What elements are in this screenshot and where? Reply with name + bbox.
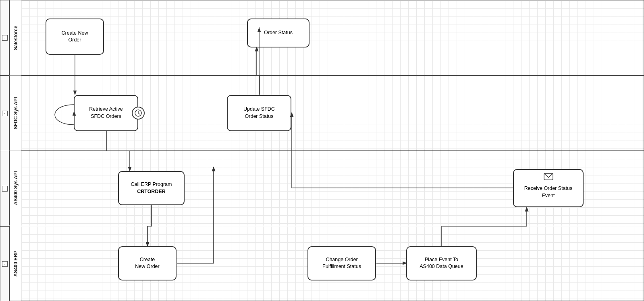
- collapse-box-salesforce[interactable]: -: [2, 35, 8, 41]
- lane-as400-erp: AS400 ERP CreateNew Order Change OrderFu…: [9, 226, 644, 301]
- lane-label-as400-api: AS400 Sys API: [9, 151, 21, 226]
- node-create-new-order-erp[interactable]: CreateNew Order: [118, 246, 177, 280]
- node-change-order-fulfillment[interactable]: Change OrderFulfillment Status: [307, 246, 376, 280]
- collapse-column: - - - -: [0, 0, 9, 301]
- node-label-create-new-order-erp: CreateNew Order: [135, 256, 159, 270]
- lane-label-as400-erp: AS400 ERP: [9, 226, 21, 301]
- lane-content-as400-erp: CreateNew Order Change OrderFulfillment …: [21, 226, 644, 301]
- lane-sfdc-api: SFDC Sys API Retrieve ActiveSFDC Orders: [9, 76, 644, 151]
- diagram-container: - - - - Salesforce Create NewOrder Order…: [0, 0, 644, 301]
- node-create-new-order-sf[interactable]: Create NewOrder: [46, 19, 104, 55]
- collapse-sfdc-api[interactable]: -: [0, 76, 9, 151]
- clock-icon: [132, 107, 145, 120]
- collapse-as400-erp[interactable]: -: [0, 227, 9, 301]
- node-call-erp-program[interactable]: Call ERP ProgramCRTORDER: [118, 171, 185, 205]
- node-retrieve-active-orders[interactable]: Retrieve ActiveSFDC Orders: [74, 95, 138, 131]
- node-label-retrieve-active-orders: Retrieve ActiveSFDC Orders: [89, 106, 123, 120]
- node-label-place-event-to-queue: Place Event ToAS400 Data Queue: [420, 256, 463, 270]
- node-receive-order-status[interactable]: Receive Order StatusEvent: [513, 169, 584, 207]
- node-label-update-sfdc-order-status: Update SFDCOrder Status: [243, 106, 275, 120]
- node-label-order-status: Order Status: [264, 29, 293, 37]
- lane-label-salesforce: Salesforce: [9, 0, 21, 75]
- lane-content-as400-api: Call ERP ProgramCRTORDER Receive Order S…: [21, 151, 644, 226]
- node-label-receive-order-status: Receive Order StatusEvent: [524, 185, 573, 199]
- swimlanes: Salesforce Create NewOrder Order Status …: [9, 0, 644, 301]
- lane-salesforce: Salesforce Create NewOrder Order Status: [9, 0, 644, 76]
- node-label-call-erp-program: Call ERP ProgramCRTORDER: [131, 181, 172, 195]
- collapse-as400-api[interactable]: -: [0, 151, 9, 227]
- node-update-sfdc-order-status[interactable]: Update SFDCOrder Status: [227, 95, 291, 131]
- collapse-box-sfdc-api[interactable]: -: [2, 111, 8, 116]
- collapse-box-as400-api[interactable]: -: [2, 186, 8, 192]
- node-place-event-to-queue[interactable]: Place Event ToAS400 Data Queue: [406, 246, 477, 280]
- node-label-change-order-fulfillment: Change OrderFulfillment Status: [322, 256, 361, 270]
- node-order-status[interactable]: Order Status: [247, 19, 310, 47]
- lane-content-sfdc-api: Retrieve ActiveSFDC Orders Update SFDCOr…: [21, 76, 644, 151]
- lane-content-salesforce: Create NewOrder Order Status: [21, 0, 644, 75]
- lane-label-sfdc-api: SFDC Sys API: [9, 76, 21, 151]
- node-label-crtorder: CRTORDER: [137, 189, 166, 194]
- mail-icon: [544, 173, 553, 183]
- node-label-create-new-order-sf: Create NewOrder: [62, 30, 88, 44]
- collapse-salesforce[interactable]: -: [0, 0, 9, 76]
- lane-as400-api: AS400 Sys API Call ERP ProgramCRTORDER: [9, 151, 644, 226]
- collapse-box-as400-erp[interactable]: -: [2, 261, 8, 267]
